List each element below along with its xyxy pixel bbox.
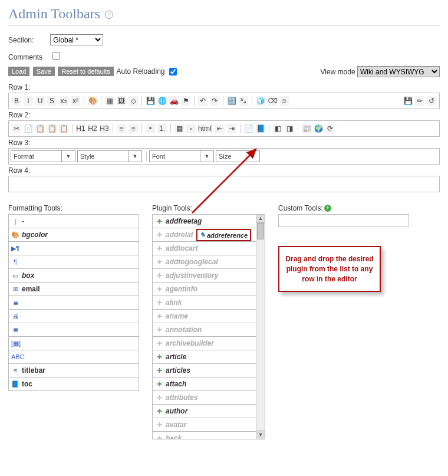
- save-button[interactable]: Save: [33, 67, 55, 76]
- toolbar-icon[interactable]: ↶: [198, 96, 207, 106]
- list-item[interactable]: ✚adjustinventory: [153, 269, 256, 283]
- toolbar-icon[interactable]: ↷: [210, 96, 219, 106]
- list-item[interactable]: ✚aname: [153, 310, 256, 323]
- toolbar-icon[interactable]: U: [35, 96, 45, 106]
- toolbar-icon[interactable]: B: [12, 96, 21, 106]
- toolbar-icon[interactable]: 📋: [47, 124, 57, 133]
- scroll-down-icon[interactable]: ▼: [256, 431, 265, 439]
- toolbar-icon[interactable]: 🌍: [314, 124, 323, 133]
- toolbar-icon[interactable]: 🌐: [157, 96, 167, 106]
- toolbar-icon[interactable]: ↺: [427, 96, 436, 106]
- toolbar-icon[interactable]: ☺: [279, 96, 289, 106]
- toolbar-icon[interactable]: ◨: [285, 124, 294, 133]
- list-item[interactable]: ✚archivebuilder: [153, 337, 256, 350]
- toolbar-icon[interactable]: •: [146, 124, 155, 133]
- toolbar-icon[interactable]: ✂: [12, 124, 21, 133]
- list-item[interactable]: 📘toc: [9, 377, 139, 390]
- add-icon[interactable]: +: [324, 205, 331, 212]
- list-item[interactable]: ABC: [9, 350, 139, 364]
- toolbar-icon[interactable]: 🖼: [117, 96, 126, 106]
- toolbar-icon[interactable]: ▦: [174, 124, 184, 133]
- list-item[interactable]: ✚addtogooglecal: [153, 255, 256, 269]
- toolbar-icon[interactable]: H1: [76, 124, 85, 133]
- toolbar-icon[interactable]: 📄: [24, 124, 33, 133]
- toolbar-icon[interactable]: ⇥: [227, 124, 236, 133]
- list-item[interactable]: 🖨: [9, 310, 139, 323]
- toolbar-icon[interactable]: 💾: [403, 96, 413, 106]
- list-item[interactable]: 🎨bgcolor: [9, 228, 139, 242]
- list-item[interactable]: |-: [9, 215, 139, 228]
- toolbar-row-4[interactable]: [8, 176, 440, 192]
- list-item[interactable]: ▭box: [9, 269, 139, 283]
- list-item[interactable]: ≣: [9, 323, 139, 337]
- scroll-up-icon[interactable]: ▲: [256, 215, 265, 223]
- toolbar-icon[interactable]: 🚗: [169, 96, 179, 106]
- load-button[interactable]: Load: [8, 67, 29, 76]
- list-item[interactable]: ✚attributes: [153, 391, 256, 405]
- reset-button[interactable]: Reset to defaults: [58, 67, 114, 76]
- toolbar-icon[interactable]: ▦: [105, 96, 114, 106]
- toolbar-icon[interactable]: ⚑: [181, 96, 190, 106]
- format-combo[interactable]: Format▼: [11, 150, 75, 162]
- list-item[interactable]: ▶¶: [9, 242, 139, 255]
- toolbar-icon[interactable]: html: [198, 124, 207, 133]
- toolbar-icon[interactable]: ≡: [117, 124, 126, 133]
- toolbar-row-1[interactable]: BIUSx₂x²🎨▦🖼◇💾🌐🚗⚑↶↷🔡ᵇₐ🧊⌫☺💾✏↺: [8, 93, 440, 109]
- toolbar-icon[interactable]: 🔡: [227, 96, 236, 106]
- toolbar-icon[interactable]: 📋: [35, 124, 45, 133]
- toolbar-row-2[interactable]: ✂📄📋📋📋H1H2H3≡≡•1.▦▫html⇤⇥📄📘◧◨📰🌍⟳: [8, 120, 440, 137]
- scrollbar[interactable]: ▲ ▼: [256, 215, 265, 439]
- toolbar-icon[interactable]: ◧: [273, 124, 282, 133]
- toolbar-icon[interactable]: ⇤: [215, 124, 225, 133]
- toolbar-row-3[interactable]: Format▼Style▼Font▼Size▼: [8, 148, 440, 165]
- toolbar-icon[interactable]: 📘: [256, 124, 265, 133]
- list-item[interactable]: ✚alink: [153, 296, 256, 310]
- list-item[interactable]: ✚agentinfo: [153, 283, 256, 296]
- list-item[interactable]: [▦]: [9, 337, 139, 350]
- list-item[interactable]: ✚avatar: [153, 418, 256, 432]
- font-combo[interactable]: Font▼: [149, 150, 214, 162]
- size-combo[interactable]: Size▼: [216, 150, 260, 162]
- list-item[interactable]: ✚author: [153, 405, 256, 418]
- autoreload-checkbox[interactable]: [169, 68, 177, 75]
- list-item[interactable]: ✚article: [153, 350, 256, 364]
- list-item[interactable]: ≡titlebar: [9, 364, 139, 377]
- dragging-item[interactable]: ✎ addreference: [196, 229, 251, 241]
- toolbar-icon[interactable]: H2: [88, 124, 97, 133]
- scroll-thumb[interactable]: [257, 223, 264, 239]
- toolbar-icon[interactable]: I: [24, 96, 33, 106]
- toolbar-icon[interactable]: 1.: [157, 124, 167, 133]
- toolbar-icon[interactable]: 🎨: [88, 96, 97, 106]
- toolbar-icon[interactable]: ✏: [415, 96, 424, 106]
- toolbar-icon[interactable]: ⟳: [325, 124, 335, 133]
- toolbar-icon[interactable]: H3: [100, 124, 109, 133]
- list-item[interactable]: ✚addtocart: [153, 242, 256, 255]
- toolbar-icon[interactable]: ▫: [186, 124, 196, 133]
- toolbar-icon[interactable]: 💾: [146, 96, 155, 106]
- toolbar-icon[interactable]: 📄: [244, 124, 253, 133]
- toolbar-icon[interactable]: ≡: [129, 124, 138, 133]
- toolbar-icon[interactable]: ◇: [129, 96, 138, 106]
- list-item[interactable]: ✚attach: [153, 377, 256, 391]
- toolbar-icon[interactable]: 📰: [302, 124, 311, 133]
- custom-tools-box[interactable]: [278, 214, 409, 227]
- list-item[interactable]: ✚addfreetag: [153, 215, 256, 228]
- list-item[interactable]: ✚articles: [153, 364, 256, 377]
- toolbar-icon[interactable]: 📋: [59, 124, 68, 133]
- style-combo[interactable]: Style▼: [77, 150, 142, 162]
- toolbar-icon[interactable]: ⌫: [268, 96, 277, 106]
- comments-checkbox[interactable]: [52, 52, 60, 60]
- help-icon[interactable]: ?: [105, 11, 113, 19]
- list-item[interactable]: ✉email: [9, 283, 139, 296]
- toolbar-icon[interactable]: x₂: [59, 96, 68, 106]
- toolbar-icon[interactable]: x²: [71, 96, 80, 106]
- list-item[interactable]: ✚annotation: [153, 323, 256, 337]
- section-select[interactable]: Global *: [50, 34, 103, 45]
- list-item[interactable]: ✚back: [153, 432, 256, 439]
- toolbar-icon[interactable]: S: [47, 96, 57, 106]
- list-item[interactable]: ¶: [9, 255, 139, 269]
- list-item[interactable]: ≣: [9, 296, 139, 310]
- toolbar-icon[interactable]: 🧊: [256, 96, 265, 106]
- viewmode-select[interactable]: Wiki and WYSIWYG: [357, 66, 440, 77]
- toolbar-icon[interactable]: ᵇₐ: [239, 96, 248, 106]
